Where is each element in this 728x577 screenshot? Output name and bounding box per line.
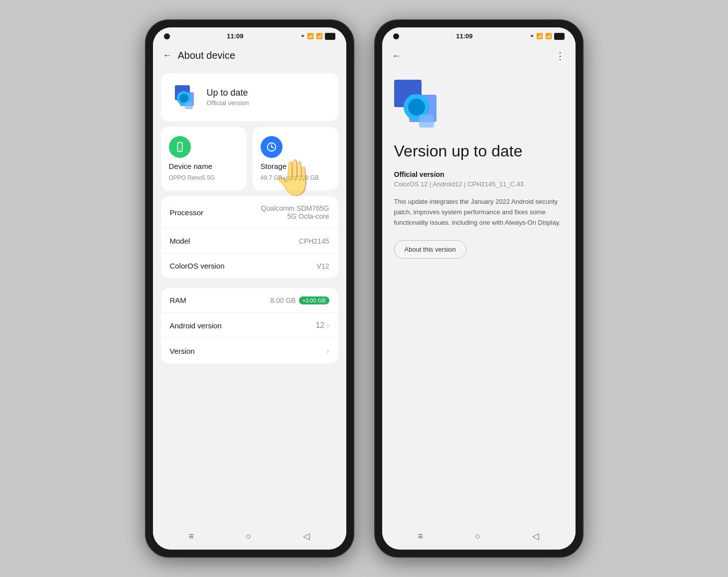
menu-nav-icon-right[interactable]: ≡ xyxy=(418,531,424,542)
left-screen: 11:09 ⚭ 📶 📶 92 ← About device xyxy=(153,27,346,550)
processor-value: Qualcomm SDM765G5G Octa-core xyxy=(261,204,329,220)
svg-rect-12 xyxy=(419,115,434,128)
status-icons-right: ⚭ 📶 📶 92 xyxy=(530,33,564,40)
version-detail-line: ColorOS 12 | Android12 | CPH2145_11_C.43 xyxy=(394,180,564,188)
home-nav-icon-left[interactable]: ○ xyxy=(246,531,251,542)
model-label: Model xyxy=(170,237,190,245)
storage-card[interactable]: Storage 49.7 GB used/128 GB xyxy=(253,127,338,190)
oppo-logo-small xyxy=(171,83,199,111)
status-bar-left: 11:09 ⚭ 📶 📶 92 xyxy=(153,27,346,42)
ram-row: RAM 8.00 GB +3.00 GB xyxy=(161,288,338,313)
version-heading: Version up to date xyxy=(394,142,564,160)
model-row: Model CPH2145 xyxy=(161,229,338,254)
nav-bar-left: ≡ ○ ◁ xyxy=(153,525,346,550)
menu-nav-icon-left[interactable]: ≡ xyxy=(189,531,194,542)
device-name-value: OPPO Reno5 5G xyxy=(169,174,239,181)
update-status: Up to date xyxy=(207,88,328,98)
back-button-right[interactable]: ← xyxy=(392,51,401,61)
info-section: Processor Qualcomm SDM765G5G Octa-core M… xyxy=(161,196,338,278)
wifi-icon: 📶 xyxy=(307,33,314,39)
svg-point-3 xyxy=(179,94,188,103)
storage-value: 49.7 GB used/128 GB xyxy=(261,174,330,181)
wifi-icon-right: 📶 xyxy=(536,33,543,39)
page-title-left: About device xyxy=(178,50,236,61)
screen-content-right: Version up to date Official version Colo… xyxy=(382,70,576,525)
status-time-right: 11:09 xyxy=(456,32,472,40)
ram-label: RAM xyxy=(170,296,186,304)
svg-point-6 xyxy=(179,149,180,150)
battery-badge-right: 92 xyxy=(554,33,564,40)
oppo-logo-large xyxy=(394,80,439,130)
about-version-button[interactable]: About this version xyxy=(394,240,466,259)
nav-bar-right: ≡ ○ ◁ xyxy=(382,525,576,550)
android-row[interactable]: Android version 12 › xyxy=(161,313,338,338)
ram-value-block: 8.00 GB +3.00 GB xyxy=(270,296,329,304)
back-button-left[interactable]: ← xyxy=(163,50,172,61)
status-bar-right: 11:09 ⚭ 📶 📶 92 xyxy=(382,27,576,42)
device-icon-circle xyxy=(169,136,191,158)
version-row[interactable]: Version › xyxy=(161,338,338,363)
ram-badge: +3.00 GB xyxy=(299,296,329,304)
signal-icon: 📶 xyxy=(316,33,323,39)
update-card[interactable]: Up to date Official version xyxy=(161,73,338,121)
ram-section: RAM 8.00 GB +3.00 GB Android version 12 … xyxy=(161,288,338,363)
storage-icon-circle xyxy=(261,136,283,158)
android-value-block: 12 › xyxy=(315,321,329,330)
android-chevron-icon: › xyxy=(326,321,329,330)
ram-base-value: 8.00 GB xyxy=(270,296,295,304)
quick-actions: Device name OPPO Reno5 5G Storage 49.7 G… xyxy=(161,127,338,190)
processor-row: Processor Qualcomm SDM765G5G Octa-core xyxy=(161,196,338,229)
right-screen: 11:09 ⚭ 📶 📶 92 ← ⋮ xyxy=(382,27,576,550)
home-nav-icon-right[interactable]: ○ xyxy=(475,531,480,542)
back-nav-icon-right[interactable]: ◁ xyxy=(532,531,539,542)
battery-badge-left: 92 xyxy=(325,33,335,40)
camera-dot xyxy=(164,33,170,39)
svg-rect-4 xyxy=(185,102,193,109)
version-label: Version xyxy=(170,347,195,355)
version-chevron-icon: › xyxy=(326,346,329,355)
model-value: CPH2145 xyxy=(299,237,329,245)
android-version-value: 12 xyxy=(315,321,324,330)
signal-icon-right: 📶 xyxy=(545,33,552,39)
processor-label: Processor xyxy=(170,208,204,217)
bluetooth-icon: ⚭ xyxy=(300,33,305,39)
update-subtitle: Official version xyxy=(207,99,328,107)
version-description: This update integrates the January 2022 … xyxy=(394,197,564,228)
android-label: Android version xyxy=(170,321,222,330)
bluetooth-icon-right: ⚭ xyxy=(530,33,534,39)
update-text: Up to date Official version xyxy=(207,88,328,107)
more-menu-button[interactable]: ⋮ xyxy=(555,50,566,62)
status-time-left: 11:09 xyxy=(227,32,243,40)
version-header: ← ⋮ xyxy=(382,42,576,70)
storage-label: Storage xyxy=(261,162,330,170)
coloros-label: ColorOS version xyxy=(170,262,225,270)
device-name-label: Device name xyxy=(169,162,239,170)
left-phone: 11:09 ⚭ 📶 📶 92 ← About device xyxy=(145,19,354,558)
device-name-card[interactable]: Device name OPPO Reno5 5G xyxy=(161,127,247,190)
screen-content-left: Up to date Official version 🤚 Device nam… xyxy=(153,69,346,525)
coloros-row: ColorOS version V12 xyxy=(161,254,338,278)
camera-dot-right xyxy=(393,33,399,39)
right-phone: 11:09 ⚭ 📶 📶 92 ← ⋮ xyxy=(374,19,583,558)
official-label: Official version xyxy=(394,170,564,178)
back-nav-icon-left[interactable]: ◁ xyxy=(303,531,310,542)
page-header-left: ← About device xyxy=(153,42,346,69)
svg-point-11 xyxy=(408,99,425,116)
coloros-value: V12 xyxy=(317,262,329,270)
version-content: Version up to date Official version Colo… xyxy=(382,70,576,269)
status-icons-left: ⚭ 📶 📶 92 xyxy=(300,33,335,40)
